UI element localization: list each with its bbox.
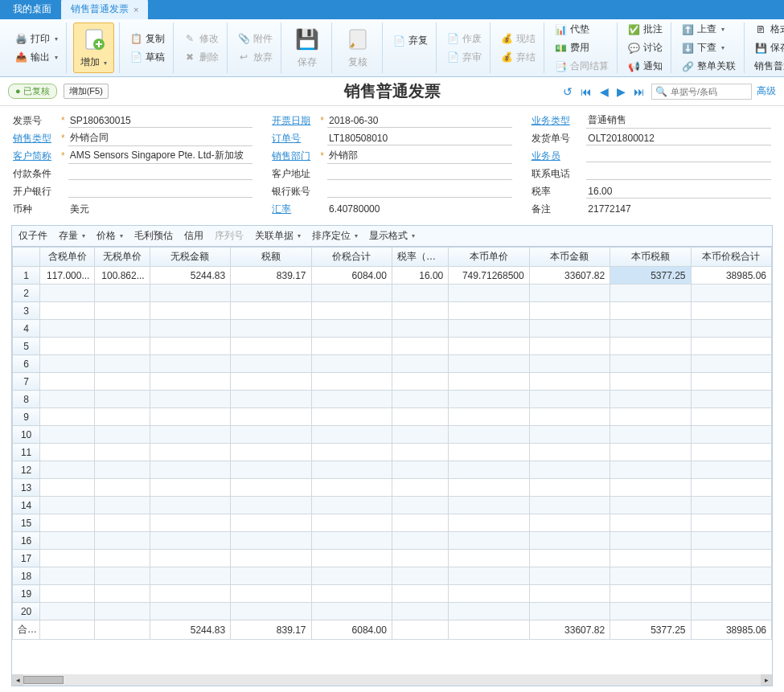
advance-button[interactable]: 📊代垫 bbox=[551, 21, 612, 38]
next-icon[interactable]: ▶ bbox=[615, 85, 627, 98]
grid-cell[interactable] bbox=[311, 479, 392, 497]
grid-cell[interactable] bbox=[311, 497, 392, 514]
grid-cell[interactable] bbox=[95, 320, 150, 338]
grid-cell[interactable] bbox=[392, 461, 448, 479]
check-up-button[interactable]: ⬆️上查▾ bbox=[678, 21, 739, 38]
grid-cell[interactable] bbox=[449, 532, 529, 550]
value-bank[interactable] bbox=[68, 185, 253, 198]
row-number[interactable]: 3 bbox=[13, 302, 40, 320]
grid-cell[interactable] bbox=[529, 532, 610, 550]
grid-cell[interactable] bbox=[691, 338, 771, 355]
grid-cell[interactable] bbox=[610, 373, 691, 391]
grid-cell[interactable] bbox=[150, 285, 230, 302]
grid-cell[interactable] bbox=[529, 426, 610, 444]
grid-cell[interactable] bbox=[610, 461, 691, 479]
grid-cell[interactable] bbox=[150, 603, 230, 620]
first-icon[interactable]: ⏮ bbox=[579, 85, 593, 98]
grid-cell[interactable] bbox=[40, 426, 95, 444]
grid-cell[interactable] bbox=[311, 355, 392, 373]
grid-cell[interactable] bbox=[150, 585, 230, 603]
value-remark[interactable]: 21772147 bbox=[586, 203, 771, 215]
grid-cell[interactable] bbox=[691, 497, 771, 514]
grid-cell[interactable] bbox=[449, 320, 529, 338]
value-customer[interactable]: AMS Sensors Singapore Pte. Ltd-新加坡 bbox=[68, 148, 253, 164]
grid-cell[interactable] bbox=[311, 550, 392, 567]
grid-cell[interactable] bbox=[392, 373, 448, 391]
gt-sort[interactable]: 排序定位 ▾ bbox=[312, 229, 358, 243]
grid-cell[interactable] bbox=[40, 514, 95, 532]
copy-button[interactable]: 📋复制 bbox=[126, 31, 168, 47]
grid-cell[interactable] bbox=[95, 355, 150, 373]
table-row[interactable]: 13 bbox=[13, 479, 772, 497]
row-number[interactable]: 11 bbox=[13, 444, 40, 461]
grid-cell[interactable] bbox=[231, 585, 311, 603]
grid-cell[interactable] bbox=[449, 603, 529, 620]
grid-cell[interactable]: 38985.06 bbox=[691, 267, 771, 285]
grid-cell[interactable] bbox=[529, 585, 610, 603]
grid-cell[interactable] bbox=[150, 514, 230, 532]
grid-cell[interactable] bbox=[231, 285, 311, 302]
table-row[interactable]: 20 bbox=[13, 603, 772, 620]
grid-cell[interactable] bbox=[311, 338, 392, 355]
row-number[interactable]: 5 bbox=[13, 338, 40, 355]
grid-cell[interactable] bbox=[231, 338, 311, 355]
grid-cell[interactable] bbox=[529, 285, 610, 302]
grid-cell[interactable] bbox=[40, 603, 95, 620]
grid-cell[interactable] bbox=[529, 355, 610, 373]
grid-cell[interactable] bbox=[150, 355, 230, 373]
value-biz-type[interactable]: 普通销售 bbox=[586, 113, 771, 129]
row-number[interactable]: 15 bbox=[13, 514, 40, 532]
grid-cell[interactable] bbox=[449, 373, 529, 391]
grid-cell[interactable] bbox=[40, 355, 95, 373]
grid-cell[interactable] bbox=[449, 355, 529, 373]
row-number[interactable]: 20 bbox=[13, 603, 40, 620]
grid-cell[interactable] bbox=[231, 426, 311, 444]
table-row[interactable]: 6 bbox=[13, 355, 772, 373]
grid-cell[interactable] bbox=[392, 285, 448, 302]
grid-cell[interactable] bbox=[231, 355, 311, 373]
grid-cell[interactable] bbox=[231, 444, 311, 461]
grid-cell[interactable] bbox=[150, 391, 230, 408]
grid-cell[interactable] bbox=[95, 514, 150, 532]
grid-cell[interactable] bbox=[610, 444, 691, 461]
grid-cell[interactable] bbox=[529, 320, 610, 338]
add-button[interactable]: 增加 ▾ bbox=[73, 23, 114, 73]
grid-cell[interactable] bbox=[691, 514, 771, 532]
grid-cell[interactable] bbox=[40, 497, 95, 514]
grid-cell[interactable] bbox=[691, 408, 771, 426]
last-icon[interactable]: ⏭ bbox=[632, 85, 646, 98]
grid-cell[interactable] bbox=[231, 461, 311, 479]
value-ship-no[interactable]: OLT201800012 bbox=[586, 132, 771, 145]
grid-cell[interactable] bbox=[231, 497, 311, 514]
table-row[interactable]: 16 bbox=[13, 532, 772, 550]
grid-cell[interactable] bbox=[231, 514, 311, 532]
value-invoice-date[interactable]: 2018-06-30 bbox=[327, 114, 512, 128]
label-sales-dept[interactable]: 销售部门 bbox=[272, 149, 317, 163]
grid-cell[interactable] bbox=[691, 373, 771, 391]
grid-cell[interactable] bbox=[529, 567, 610, 585]
grid-cell[interactable] bbox=[40, 444, 95, 461]
table-row[interactable]: 5 bbox=[13, 338, 772, 355]
grid-cell[interactable] bbox=[529, 497, 610, 514]
grid-cell[interactable] bbox=[392, 479, 448, 497]
row-number[interactable]: 14 bbox=[13, 497, 40, 514]
value-exch-rate[interactable]: 6.40780000 bbox=[327, 203, 512, 215]
grid-cell[interactable] bbox=[311, 426, 392, 444]
grid-header[interactable]: 本币金额 bbox=[529, 248, 610, 267]
row-number[interactable]: 4 bbox=[13, 320, 40, 338]
grid-cell[interactable] bbox=[40, 461, 95, 479]
value-salesman[interactable] bbox=[586, 149, 771, 162]
grid-cell[interactable] bbox=[610, 585, 691, 603]
label-sale-type[interactable]: 销售类型 bbox=[13, 132, 58, 145]
row-number[interactable]: 2 bbox=[13, 285, 40, 302]
grid-cell[interactable] bbox=[231, 391, 311, 408]
grid-cell[interactable] bbox=[311, 391, 392, 408]
advanced-link[interactable]: 高级 bbox=[757, 84, 776, 98]
grid-cell[interactable] bbox=[392, 408, 448, 426]
table-row[interactable]: 17 bbox=[13, 550, 772, 567]
grid-cell[interactable] bbox=[311, 461, 392, 479]
grid-cell[interactable] bbox=[691, 550, 771, 567]
horizontal-scrollbar[interactable]: ◂ ▸ bbox=[12, 674, 772, 686]
grid-cell[interactable]: 16.00 bbox=[392, 267, 448, 285]
row-number[interactable]: 8 bbox=[13, 391, 40, 408]
